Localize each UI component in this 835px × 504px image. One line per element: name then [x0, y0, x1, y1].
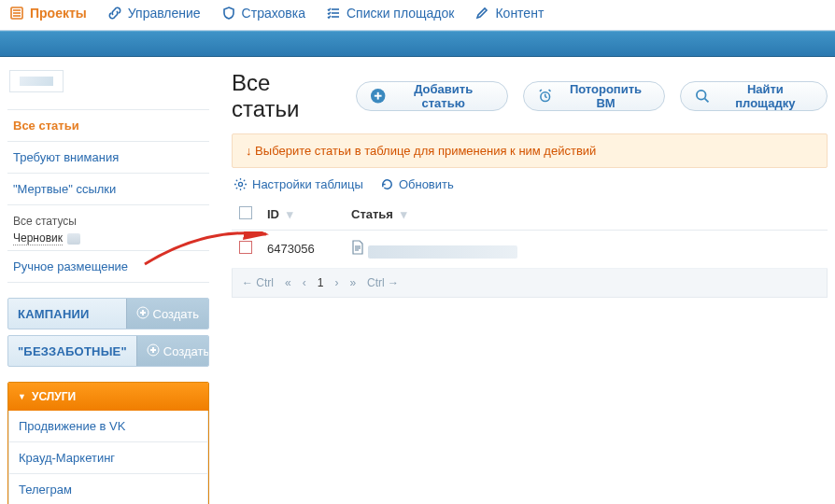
nav-sites-label: Списки площадок: [347, 6, 454, 21]
pager-prev-hint: ← Ctrl: [242, 276, 274, 289]
status-all-label: Все статусы: [13, 215, 204, 228]
pager-current: 1: [318, 276, 324, 289]
svg-line-19: [540, 90, 542, 91]
carefree-label[interactable]: "БЕЗЗАБОТНЫЕ": [8, 344, 136, 358]
sidebar-manual-placement[interactable]: Ручное размещение: [7, 251, 209, 283]
notice-bar: ↓ Выберите статьи в таблице для применен…: [232, 133, 828, 168]
project-logo[interactable]: [9, 70, 64, 92]
nav-content[interactable]: Контент: [474, 6, 544, 21]
svg-line-22: [705, 99, 709, 103]
nav-content-label: Контент: [495, 6, 544, 21]
table-settings-link[interactable]: Настройки таблицы: [234, 177, 363, 191]
top-nav: Проекты Управление Страховка Списки площ…: [0, 0, 835, 31]
services-header[interactable]: ▼ УСЛУГИ: [8, 383, 208, 411]
nav-sites[interactable]: Списки площадок: [326, 6, 454, 21]
plus-icon: [136, 306, 149, 322]
row-id: 6473056: [267, 242, 315, 256]
list-icon: [9, 6, 24, 21]
pager-next-hint: Ctrl →: [367, 276, 399, 289]
plus-circle-icon: [370, 88, 386, 105]
pager-first[interactable]: «: [285, 276, 291, 289]
sidebar-need-attention[interactable]: Требуют внимания: [7, 142, 209, 174]
campaigns-create-label: Создать: [153, 307, 199, 321]
shield-icon: [221, 6, 236, 21]
service-vk[interactable]: Продвижение в VK: [9, 411, 207, 442]
row-article-title[interactable]: [368, 245, 517, 259]
table-settings-label: Настройки таблицы: [252, 177, 363, 191]
svg-point-23: [238, 182, 242, 186]
pager-next[interactable]: ›: [334, 276, 338, 289]
filter-icon[interactable]: ▾: [401, 207, 407, 221]
find-site-label: Найти площадку: [717, 82, 814, 110]
pager-last[interactable]: »: [349, 276, 356, 289]
gear-icon: [234, 177, 248, 191]
link-icon: [107, 6, 122, 21]
nav-projects-label: Проекты: [30, 6, 87, 21]
refresh-label: Обновить: [399, 177, 454, 191]
pen-icon: [474, 6, 489, 21]
checklist-icon: [326, 6, 341, 21]
page-title: Все статьи: [232, 70, 341, 122]
campaigns-label[interactable]: КАМПАНИИ: [8, 307, 126, 321]
document-icon: [351, 244, 368, 258]
carefree-create-label: Создать: [163, 344, 209, 358]
alarm-icon: [537, 88, 553, 105]
caret-down-icon: ▼: [18, 392, 26, 401]
select-all-checkbox[interactable]: [239, 206, 252, 219]
sidebar-statuses: Все статусы Черновик: [7, 205, 209, 251]
hurry-button[interactable]: Поторопить ВМ: [523, 81, 665, 111]
service-crowd[interactable]: Крауд-Маркетинг: [9, 442, 207, 474]
table-row[interactable]: 6473056: [232, 231, 828, 269]
services-panel: ▼ УСЛУГИ Продвижение в VK Крауд-Маркетин…: [7, 382, 209, 504]
pager-prev[interactable]: ‹: [303, 276, 306, 289]
add-article-button[interactable]: Добавить статью: [356, 81, 509, 111]
filter-icon[interactable]: ▾: [287, 207, 293, 221]
find-site-button[interactable]: Найти площадку: [680, 81, 828, 111]
sidebar: Все статьи Требуют внимания "Мертвые" сс…: [7, 70, 209, 504]
hurry-label: Поторопить ВМ: [560, 82, 652, 110]
svg-line-20: [549, 90, 551, 91]
pagination: ← Ctrl « ‹ 1 › » Ctrl →: [232, 269, 828, 298]
campaigns-group: КАМПАНИИ Создать: [7, 298, 209, 329]
carefree-group: "БЕЗЗАБОТНЫЕ" Создать: [7, 335, 209, 367]
carefree-create-button[interactable]: Создать: [136, 336, 209, 366]
refresh-link[interactable]: Обновить: [380, 177, 454, 191]
search-icon: [694, 88, 710, 105]
plus-icon: [147, 343, 160, 359]
sidebar-dead-links[interactable]: "Мертвые" ссылки: [7, 174, 209, 205]
nav-projects[interactable]: Проекты: [9, 6, 87, 21]
nav-insurance[interactable]: Страховка: [221, 6, 305, 21]
column-id[interactable]: ID: [267, 207, 279, 221]
campaigns-create-button[interactable]: Создать: [126, 299, 208, 329]
nav-insurance-label: Страховка: [242, 6, 305, 21]
nav-manage-label: Управление: [128, 6, 201, 21]
nav-manage[interactable]: Управление: [107, 6, 201, 21]
add-article-label: Добавить статью: [392, 82, 494, 110]
subheader-bar: [0, 31, 835, 57]
sidebar-all-articles[interactable]: Все статьи: [7, 110, 209, 142]
row-checkbox[interactable]: [239, 241, 252, 254]
main-content: Все статьи Добавить статью Поторопить ВМ…: [232, 70, 828, 298]
service-telegram[interactable]: Телеграм: [9, 474, 207, 504]
services-title: УСЛУГИ: [32, 390, 76, 403]
refresh-icon: [380, 177, 394, 191]
svg-point-21: [697, 91, 706, 100]
column-article[interactable]: Статья: [351, 207, 393, 221]
svg-line-18: [545, 97, 547, 98]
status-draft[interactable]: Черновик: [13, 231, 63, 245]
articles-table: ID ▾ Статья ▾ 6473056: [232, 199, 828, 269]
status-draft-count: [67, 233, 80, 245]
